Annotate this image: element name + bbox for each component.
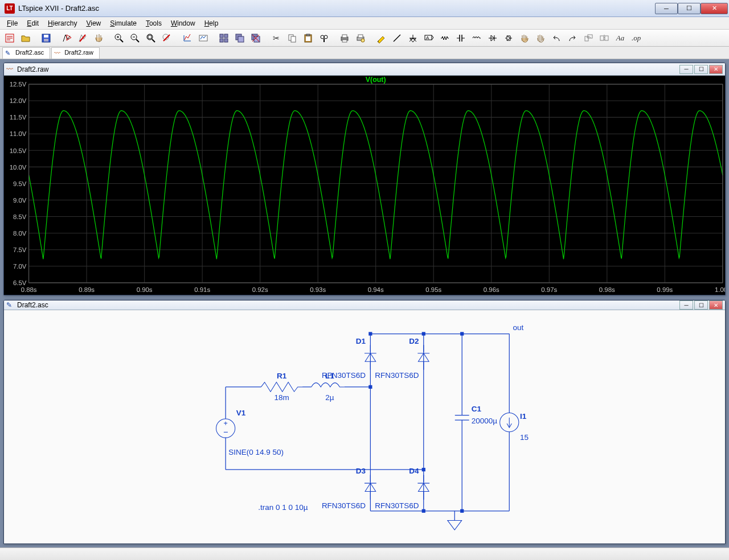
child-close-button[interactable]: ✕ — [709, 300, 723, 310]
tb-move[interactable] — [517, 31, 532, 45]
tb-paste[interactable] — [301, 31, 316, 45]
tb-tile-windows[interactable] — [216, 31, 231, 45]
plot-window-title: Draft2.raw — [17, 65, 679, 73]
tb-spice-directive[interactable]: .op — [629, 31, 644, 45]
menu-edit[interactable]: Edit — [22, 18, 43, 28]
tb-text[interactable]: Aa — [613, 31, 628, 45]
svg-rect-152 — [368, 332, 372, 336]
svg-text:RFN30TS6D: RFN30TS6D — [322, 372, 366, 380]
svg-line-16 — [163, 35, 170, 41]
svg-point-41 — [361, 39, 364, 42]
window-maximize-button[interactable]: ☐ — [678, 3, 701, 14]
schematic-canvas[interactable]: +−V1SINE(0 14.9 50)R118mL12µD1RFN30TS6DD… — [4, 310, 725, 544]
svg-text:8.0V: 8.0V — [13, 230, 27, 237]
menu-simulate[interactable]: Simulate — [105, 18, 141, 28]
svg-text:7.5V: 7.5V — [13, 246, 27, 253]
tb-component[interactable] — [501, 31, 516, 45]
menu-file[interactable]: File — [2, 18, 22, 28]
svg-point-34 — [324, 35, 327, 39]
window-titlebar: LT LTspice XVII - Draft2.asc ─ ☐ ✕ — [0, 0, 729, 17]
tb-resistor[interactable] — [437, 31, 452, 45]
svg-text:0.88s: 0.88s — [21, 286, 37, 293]
plot-window-titlebar[interactable]: 〰 Draft2.raw ─ ☐ ✕ — [4, 63, 725, 76]
svg-text:10.0V: 10.0V — [10, 163, 27, 170]
svg-rect-2 — [44, 35, 48, 38]
svg-rect-31 — [306, 34, 310, 36]
svg-rect-154 — [422, 509, 425, 513]
svg-text:.tran 0 1 0 10µ: .tran 0 1 0 10µ — [258, 503, 308, 512]
svg-text:C1: C1 — [472, 405, 482, 414]
tb-inductor[interactable] — [469, 31, 484, 45]
schematic-icon: ✎ — [5, 50, 13, 57]
menu-help[interactable]: Help — [200, 18, 223, 28]
schematic-window-title: Draft2.asc — [17, 301, 679, 309]
tb-print[interactable] — [337, 31, 352, 45]
tb-redo[interactable] — [565, 31, 580, 45]
svg-rect-32 — [306, 36, 310, 41]
schematic-window-titlebar[interactable]: ✎ Draft2.asc ─ ☐ ✕ — [4, 300, 725, 310]
tb-setup[interactable] — [196, 31, 211, 45]
svg-text:11.0V: 11.0V — [10, 130, 27, 137]
svg-text:0.96s: 0.96s — [484, 286, 499, 293]
tb-undo[interactable] — [549, 31, 564, 45]
tb-cut[interactable]: ✂ — [269, 31, 284, 45]
menu-window[interactable]: Window — [166, 18, 200, 28]
svg-text:SINE(0 14.9 50): SINE(0 14.9 50) — [228, 448, 284, 457]
tb-print-setup[interactable] — [353, 31, 368, 45]
child-minimize-button[interactable]: ─ — [679, 300, 693, 310]
tb-zoom-out[interactable] — [128, 31, 142, 45]
tb-zoom-in[interactable] — [112, 31, 126, 45]
svg-rect-148 — [368, 385, 372, 389]
svg-rect-23 — [238, 36, 244, 42]
tb-new-schematic[interactable] — [2, 31, 17, 45]
tb-ground[interactable] — [406, 31, 420, 45]
tb-zoom-back[interactable] — [159, 31, 174, 45]
tb-draw-wire-pencil[interactable] — [374, 31, 388, 45]
tb-rotate[interactable] — [581, 31, 596, 45]
tb-copy[interactable] — [285, 31, 300, 45]
tb-halt[interactable] — [75, 31, 90, 45]
window-close-button[interactable]: ✕ — [701, 3, 728, 14]
svg-rect-40 — [358, 35, 363, 38]
svg-text:7.0V: 7.0V — [13, 263, 27, 270]
tab-draft2-raw[interactable]: 〰 Draft2.raw — [51, 47, 100, 59]
tb-zoom-fit[interactable] — [144, 31, 158, 45]
child-close-button[interactable]: ✕ — [709, 65, 723, 74]
waveform-icon: 〰 — [54, 50, 62, 57]
tb-run[interactable] — [59, 31, 74, 45]
plot-area[interactable]: 0.88s0.89s0.90s0.91s0.92s0.93s0.94s0.95s… — [4, 76, 725, 295]
menu-hierarchy[interactable]: Hierarchy — [43, 18, 81, 28]
tb-autorange[interactable] — [180, 31, 195, 45]
svg-text:D2: D2 — [409, 337, 419, 345]
tb-save[interactable] — [39, 31, 54, 45]
child-minimize-button[interactable]: ─ — [679, 65, 693, 74]
tab-label: Draft2.raw — [64, 49, 93, 56]
app-icon: LT — [5, 3, 15, 14]
window-minimize-button[interactable]: ─ — [655, 3, 678, 14]
tb-close-all[interactable] — [248, 31, 263, 45]
child-maximize-button[interactable]: ☐ — [694, 65, 708, 74]
svg-rect-150 — [422, 332, 425, 336]
menu-tools[interactable]: Tools — [141, 18, 166, 28]
tb-open[interactable] — [18, 31, 33, 45]
tb-mirror[interactable] — [597, 31, 612, 45]
svg-text:0.94s: 0.94s — [368, 286, 384, 293]
tb-find[interactable] — [317, 31, 331, 45]
svg-text:−: − — [223, 427, 228, 437]
svg-text:11.5V: 11.5V — [10, 114, 27, 121]
tb-capacitor[interactable] — [453, 31, 468, 45]
svg-rect-3 — [44, 39, 48, 42]
svg-text:10.5V: 10.5V — [10, 147, 27, 154]
tb-pan[interactable] — [91, 31, 106, 45]
tab-draft2-asc[interactable]: ✎ Draft2.asc — [2, 47, 50, 59]
child-maximize-button[interactable]: ☐ — [694, 300, 708, 310]
tb-drag[interactable] — [533, 31, 548, 45]
tb-cascade-windows[interactable] — [232, 31, 247, 45]
svg-text:RFN30TS6D: RFN30TS6D — [375, 372, 419, 380]
tb-label-net[interactable]: A — [421, 31, 436, 45]
tb-diode[interactable] — [485, 31, 500, 45]
menu-view[interactable]: View — [81, 18, 105, 28]
tb-wire[interactable] — [390, 31, 404, 45]
svg-text:9.0V: 9.0V — [13, 197, 27, 204]
svg-rect-14 — [148, 35, 151, 39]
